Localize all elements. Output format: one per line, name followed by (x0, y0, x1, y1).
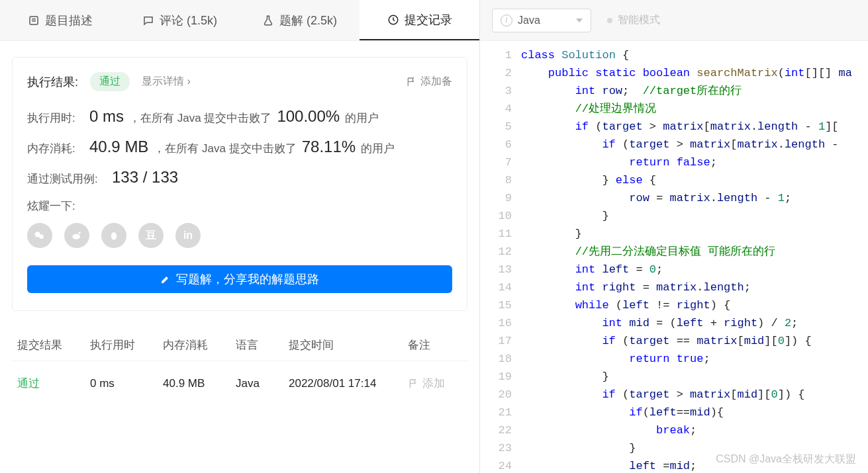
social-icons: 豆 in (27, 223, 452, 248)
code-editor[interactable]: 123456789101112131415161718192021222324 … (480, 41, 868, 473)
tabs-bar: 题目描述 评论 (1.5k) 题解 (2.5k) 提交记录 (0, 0, 479, 41)
tab-label: 提交记录 (405, 12, 452, 28)
memory-text: ，在所有 Java 提交中击败了 (154, 141, 296, 156)
language-label: Java (518, 15, 540, 26)
flag-icon (406, 77, 416, 87)
code-content[interactable]: class Solution { public static boolean s… (521, 41, 868, 473)
history-icon (387, 14, 399, 26)
runtime-value: 0 ms (89, 107, 124, 126)
smart-mode-toggle[interactable]: 智能模式 (607, 13, 660, 27)
memory-text2: 的用户 (361, 141, 395, 156)
col-header-memory: 内存消耗 (163, 337, 236, 353)
row-note-label: 添加 (422, 376, 445, 391)
history-table: 提交结果 执行用时 内存消耗 语言 提交时间 备注 通过 0 ms 40.9 M… (12, 329, 467, 406)
memory-label: 内存消耗: (27, 141, 84, 156)
write-solution-button[interactable]: 写题解，分享我的解题思路 (27, 265, 452, 293)
wechat-icon[interactable] (27, 223, 52, 248)
qq-icon[interactable] (101, 223, 126, 248)
testcases-label: 通过测试用例: (27, 171, 107, 187)
runtime-label: 执行用时: (27, 110, 84, 126)
left-panel: 题目描述 评论 (1.5k) 题解 (2.5k) 提交记录 执行结果: 通过 显… (0, 0, 480, 473)
douban-icon[interactable]: 豆 (138, 223, 164, 248)
stat-runtime: 执行用时: 0 ms ，在所有 Java 提交中击败了 100.00% 的用户 (27, 107, 452, 126)
runtime-percent: 100.00% (277, 107, 340, 126)
table-row[interactable]: 通过 0 ms 40.9 MB Java 2022/08/01 17:14 添加 (12, 361, 467, 406)
write-solution-label: 写题解，分享我的解题思路 (176, 271, 319, 287)
result-header: 执行结果: 通过 显示详情 › 添加备 (27, 72, 452, 91)
tab-label: 题解 (2.5k) (279, 13, 337, 28)
flask-icon (262, 15, 274, 26)
row-note[interactable]: 添加 (408, 376, 462, 391)
tab-label: 评论 (1.5k) (160, 13, 217, 28)
row-date: 2022/08/01 17:14 (289, 377, 408, 390)
add-note-label: 添加备 (420, 75, 452, 89)
comment-icon (142, 15, 154, 26)
status-badge: 通过 (90, 72, 130, 91)
tab-comments[interactable]: 评论 (1.5k) (120, 0, 240, 40)
smart-mode-label: 智能模式 (618, 13, 660, 27)
description-icon (28, 15, 40, 26)
col-header-date: 提交时间 (289, 337, 408, 353)
col-header-result: 提交结果 (17, 337, 90, 353)
history-header: 提交结果 执行用时 内存消耗 语言 提交时间 备注 (12, 329, 467, 361)
svg-point-5 (39, 234, 44, 239)
row-time: 0 ms (90, 377, 163, 390)
right-panel: i Java 智能模式 1234567891011121314151617181… (480, 0, 868, 473)
row-result: 通过 (17, 376, 90, 391)
memory-percent: 78.11% (302, 138, 356, 156)
add-note-button[interactable]: 添加备 (406, 75, 452, 89)
svg-point-6 (72, 234, 80, 239)
pencil-icon (160, 274, 171, 284)
linkedin-icon[interactable]: in (175, 223, 201, 248)
testcases-value: 133 / 133 (112, 168, 178, 187)
col-header-lang: 语言 (236, 337, 289, 353)
result-label: 执行结果: (27, 74, 78, 90)
share-label: 炫耀一下: (27, 198, 452, 214)
dot-icon (607, 18, 612, 23)
weibo-icon[interactable] (64, 223, 89, 248)
col-header-time: 执行用时 (90, 337, 163, 353)
stat-testcases: 通过测试用例: 133 / 133 (27, 168, 452, 187)
row-lang: Java (236, 377, 289, 390)
line-gutter: 123456789101112131415161718192021222324 (480, 41, 521, 473)
tab-solutions[interactable]: 题解 (2.5k) (240, 0, 360, 40)
runtime-text: ，在所有 Java 提交中击败了 (129, 110, 271, 126)
tab-label: 题目描述 (45, 13, 93, 28)
memory-value: 40.9 MB (89, 138, 148, 156)
col-header-note: 备注 (408, 337, 462, 353)
runtime-text2: 的用户 (345, 110, 379, 126)
tab-description[interactable]: 题目描述 (0, 0, 120, 40)
svg-point-8 (111, 232, 117, 240)
svg-point-7 (79, 232, 81, 234)
tab-submissions[interactable]: 提交记录 (360, 0, 479, 40)
flag-icon (408, 378, 418, 389)
stat-memory: 内存消耗: 40.9 MB ，在所有 Java 提交中击败了 78.11% 的用… (27, 138, 452, 156)
info-icon: i (501, 15, 512, 26)
show-detail-link[interactable]: 显示详情 › (142, 75, 191, 89)
result-card: 执行结果: 通过 显示详情 › 添加备 执行用时: 0 ms ，在所有 Java… (12, 57, 467, 311)
row-memory: 40.9 MB (163, 377, 236, 390)
language-select[interactable]: i Java (492, 9, 591, 32)
editor-toolbar: i Java 智能模式 (480, 0, 868, 41)
